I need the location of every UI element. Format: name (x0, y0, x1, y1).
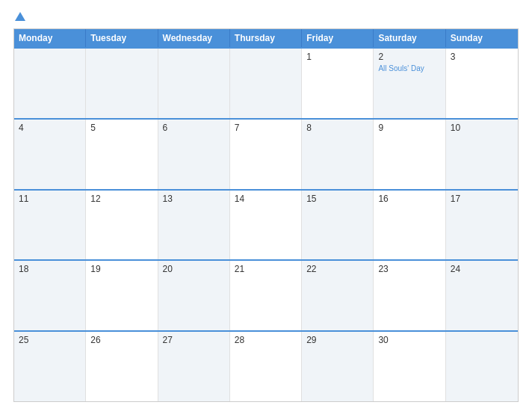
calendar-week: 45678910 (14, 118, 518, 189)
day-number: 21 (235, 264, 297, 274)
day-number: 7 (235, 123, 297, 133)
cal-header-day: Sunday (446, 29, 518, 47)
day-number: 12 (90, 194, 152, 204)
holiday-label: All Souls' Day (378, 64, 440, 73)
calendar-cell: 25 (14, 332, 86, 401)
calendar-cell (446, 332, 518, 401)
calendar-cell: 1 (302, 49, 374, 118)
day-number: 10 (451, 123, 513, 133)
day-number: 11 (19, 194, 81, 204)
day-number: 8 (306, 123, 368, 133)
day-number: 9 (378, 123, 440, 133)
calendar: MondayTuesdayWednesdayThursdayFridaySatu… (13, 28, 519, 402)
day-number: 13 (163, 194, 225, 204)
calendar-week: 252627282930 (14, 330, 518, 401)
day-number: 14 (235, 194, 297, 204)
calendar-cell: 15 (302, 191, 374, 260)
calendar-header: MondayTuesdayWednesdayThursdayFridaySatu… (14, 29, 518, 47)
calendar-cell: 23 (374, 261, 445, 330)
calendar-week: 18192021222324 (14, 259, 518, 330)
calendar-cell: 18 (14, 261, 86, 330)
day-number: 28 (235, 335, 297, 345)
calendar-cell: 27 (158, 332, 230, 401)
calendar-cell: 30 (374, 332, 445, 401)
calendar-cell: 6 (158, 120, 230, 189)
calendar-cell (14, 49, 86, 118)
cal-header-day: Thursday (230, 29, 302, 47)
calendar-cell: 4 (14, 120, 86, 189)
calendar-cell (158, 49, 230, 118)
calendar-cell (230, 49, 302, 118)
header (13, 12, 519, 21)
calendar-cell: 21 (230, 261, 302, 330)
calendar-cell: 29 (302, 332, 374, 401)
cal-header-day: Tuesday (86, 29, 158, 47)
calendar-cell: 3 (446, 49, 518, 118)
day-number: 2 (378, 52, 440, 62)
calendar-cell: 10 (446, 120, 518, 189)
day-number: 20 (163, 264, 225, 274)
calendar-cell: 16 (374, 191, 445, 260)
cal-header-day: Wednesday (158, 29, 230, 47)
day-number: 6 (163, 123, 225, 133)
day-number: 30 (378, 335, 440, 345)
logo (13, 12, 27, 21)
calendar-cell: 24 (446, 261, 518, 330)
day-number: 3 (451, 52, 513, 62)
day-number: 26 (90, 335, 152, 345)
calendar-body: 12All Souls' Day345678910111213141516171… (14, 47, 518, 401)
day-number: 1 (306, 52, 368, 62)
calendar-cell: 8 (302, 120, 374, 189)
cal-header-day: Saturday (374, 29, 445, 47)
cal-header-day: Monday (14, 29, 86, 47)
calendar-cell: 19 (86, 261, 158, 330)
calendar-cell: 7 (230, 120, 302, 189)
day-number: 24 (451, 264, 513, 274)
cal-header-day: Friday (302, 29, 374, 47)
calendar-cell: 2All Souls' Day (374, 49, 445, 118)
day-number: 22 (306, 264, 368, 274)
calendar-cell: 20 (158, 261, 230, 330)
page: MondayTuesdayWednesdayThursdayFridaySatu… (0, 0, 532, 411)
day-number: 23 (378, 264, 440, 274)
day-number: 29 (306, 335, 368, 345)
day-number: 5 (90, 123, 152, 133)
calendar-cell: 11 (14, 191, 86, 260)
calendar-cell: 12 (86, 191, 158, 260)
calendar-week: 12All Souls' Day3 (14, 47, 518, 118)
day-number: 16 (378, 194, 440, 204)
calendar-cell: 26 (86, 332, 158, 401)
calendar-cell: 5 (86, 120, 158, 189)
day-number: 4 (19, 123, 81, 133)
calendar-cell: 14 (230, 191, 302, 260)
calendar-cell: 9 (374, 120, 445, 189)
calendar-cell (86, 49, 158, 118)
calendar-cell: 13 (158, 191, 230, 260)
calendar-cell: 28 (230, 332, 302, 401)
day-number: 19 (90, 264, 152, 274)
logo-triangle-icon (15, 12, 25, 21)
day-number: 18 (19, 264, 81, 274)
day-number: 17 (451, 194, 513, 204)
calendar-week: 11121314151617 (14, 189, 518, 260)
day-number: 15 (306, 194, 368, 204)
day-number: 27 (163, 335, 225, 345)
calendar-cell: 22 (302, 261, 374, 330)
day-number: 25 (19, 335, 81, 345)
calendar-cell: 17 (446, 191, 518, 260)
